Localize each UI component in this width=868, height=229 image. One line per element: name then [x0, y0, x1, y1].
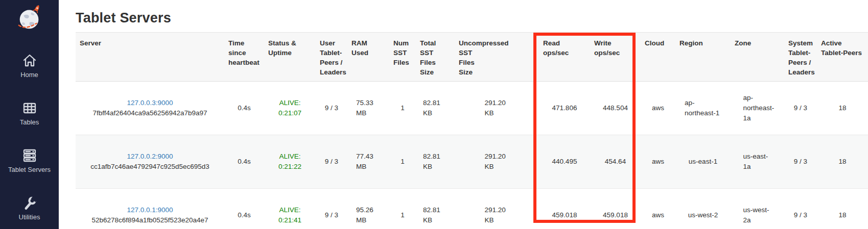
tablet-servers-icon	[22, 147, 37, 164]
system-peers-cell: 9 / 3	[784, 135, 817, 189]
col-header-num-sst: Num SST Files	[389, 33, 416, 82]
total-sst-cell: 82.81 KB	[416, 82, 455, 135]
active-peers-cell: 18	[817, 189, 868, 229]
sidebar-item-label: Utilities	[19, 213, 40, 221]
page-title: Tablet Servers	[76, 10, 868, 26]
user-peers-cell: 9 / 3	[316, 82, 347, 135]
col-header-total-sst: Total SST Files Size	[416, 33, 455, 82]
sidebar-item-tables[interactable]: Tables	[0, 100, 59, 126]
sidebar-item-label: Tables	[20, 118, 39, 126]
cloud-cell: aws	[641, 82, 675, 135]
uncompressed-sst-cell: 291.20 KB	[455, 189, 539, 229]
status-alive: ALIVE:	[268, 98, 312, 108]
col-header-cloud: Cloud	[641, 33, 675, 82]
read-ops-cell: 471.806	[539, 82, 590, 135]
region-cell: ap-northeast-1	[675, 82, 731, 135]
write-ops-cell: 454.64	[590, 135, 641, 189]
status-cell: ALIVE: 0:21:07	[264, 82, 316, 135]
active-peers-cell: 18	[817, 82, 868, 135]
sidebar-nav: Home Tables	[0, 53, 59, 229]
cloud-cell: aws	[641, 135, 675, 189]
ram-cell: 77.43 MB	[347, 135, 389, 189]
col-header-region: Region	[675, 33, 731, 82]
server-link[interactable]: 127.0.0.2:9000	[127, 152, 173, 160]
col-header-user-peers: User Tablet-Peers / Leaders	[316, 33, 347, 82]
col-header-ram: RAM Used	[347, 33, 389, 82]
tables-icon	[22, 100, 37, 116]
status-cell: ALIVE: 0:21:22	[264, 135, 316, 189]
status-alive: ALIVE:	[268, 205, 312, 215]
cloud-cell: aws	[641, 189, 675, 229]
server-cell: 127.0.0.1:9000 52b6278c6f894a1fb0525f523…	[76, 189, 224, 229]
heartbeat-cell: 0.4s	[224, 189, 264, 229]
num-sst-cell: 1	[389, 135, 416, 189]
status-uptime: 0:21:41	[268, 215, 312, 225]
tablet-servers-table: Server Time since heartbeat Status & Upt…	[76, 32, 868, 229]
sidebar-item-utilities[interactable]: Utilities	[0, 195, 59, 221]
utilities-icon	[22, 195, 37, 211]
table-row: 127.0.0.2:9000 cc1afb7c46ae4792947c925d5…	[76, 135, 868, 189]
system-peers-cell: 9 / 3	[784, 82, 817, 135]
num-sst-cell: 1	[389, 82, 416, 135]
server-uuid: 52b6278c6f894a1fb0525f523e20a4e7	[80, 215, 220, 225]
col-header-zone: Zone	[731, 33, 784, 82]
server-link[interactable]: 127.0.0.1:9000	[127, 206, 173, 214]
sidebar-item-tablet-servers[interactable]: Tablet Servers	[0, 147, 59, 173]
col-header-uncompressed-sst: Uncompressed SST Files Size	[455, 33, 539, 82]
status-alive: ALIVE:	[268, 151, 312, 162]
table-row: 127.0.0.3:9000 7fbff4af26404ca9a56256942…	[76, 82, 868, 135]
write-ops-cell: 448.504	[590, 82, 641, 135]
col-header-status: Status & Uptime	[264, 33, 316, 82]
write-ops-cell: 459.018	[590, 189, 641, 229]
sidebar-item-home[interactable]: Home	[0, 53, 59, 79]
uncompressed-sst-cell: 291.20 KB	[455, 82, 539, 135]
sidebar-item-label: Home	[20, 71, 38, 79]
active-peers-cell: 18	[817, 135, 868, 189]
ram-cell: 95.26 MB	[347, 189, 389, 229]
col-header-read-ops: Read ops/sec	[539, 33, 590, 82]
system-peers-cell: 9 / 3	[784, 189, 817, 229]
globe-rocket-logo-icon	[15, 4, 44, 33]
user-peers-cell: 9 / 3	[316, 189, 347, 229]
total-sst-cell: 82.81 KB	[416, 135, 455, 189]
heartbeat-cell: 0.4s	[224, 135, 264, 189]
heartbeat-cell: 0.4s	[224, 82, 264, 135]
col-header-heartbeat: Time since heartbeat	[224, 33, 264, 82]
num-sst-cell: 1	[389, 189, 416, 229]
col-header-active-peers: Active Tablet-Peers	[817, 33, 868, 82]
zone-cell: us-west-2a	[731, 189, 784, 229]
status-uptime: 0:21:22	[268, 162, 312, 172]
status-cell: ALIVE: 0:21:41	[264, 189, 316, 229]
server-uuid: 7fbff4af26404ca9a56256942a7b9a97	[80, 108, 220, 118]
read-ops-cell: 440.495	[539, 135, 590, 189]
col-header-write-ops: Write ops/sec	[590, 33, 641, 82]
main-content: Tablet Servers Server Time since heartbe…	[59, 0, 868, 229]
total-sst-cell: 82.81 KB	[416, 189, 455, 229]
server-link[interactable]: 127.0.0.3:9000	[127, 99, 173, 107]
sidebar-item-label: Tablet Servers	[8, 166, 51, 173]
server-uuid: cc1afb7c46ae4792947c925d5ec695d3	[80, 162, 220, 172]
read-ops-cell: 459.018	[539, 189, 590, 229]
uncompressed-sst-cell: 291.20 KB	[455, 135, 539, 189]
table-row: 127.0.0.1:9000 52b6278c6f894a1fb0525f523…	[76, 189, 868, 229]
col-header-server: Server	[76, 33, 224, 82]
col-header-system-peers: System Tablet-Peers / Leaders	[784, 33, 817, 82]
sidebar: Home Tables	[0, 0, 59, 229]
yugabyte-logo[interactable]	[15, 4, 44, 33]
region-cell: us-west-2	[675, 189, 731, 229]
zone-cell: us-east-1a	[731, 135, 784, 189]
user-peers-cell: 9 / 3	[316, 135, 347, 189]
home-icon	[22, 53, 37, 69]
ram-cell: 75.33 MB	[347, 82, 389, 135]
table-header-row: Server Time since heartbeat Status & Upt…	[76, 33, 868, 82]
zone-cell: ap-northeast-1a	[731, 82, 784, 135]
region-cell: us-east-1	[675, 135, 731, 189]
status-uptime: 0:21:07	[268, 108, 312, 118]
server-cell: 127.0.0.3:9000 7fbff4af26404ca9a56256942…	[76, 82, 224, 135]
server-cell: 127.0.0.2:9000 cc1afb7c46ae4792947c925d5…	[76, 135, 224, 189]
